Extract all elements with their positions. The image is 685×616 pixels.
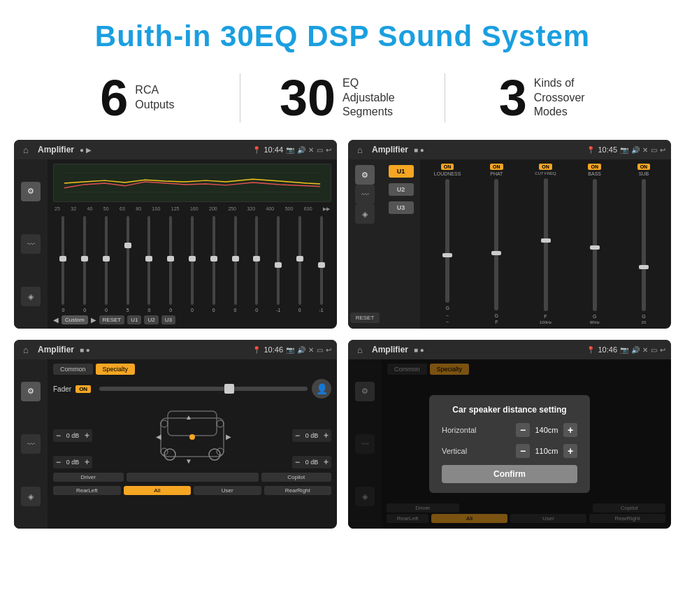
stat-number-eq: 30: [280, 73, 336, 123]
channel-freq-cutfreq: 100Hz: [540, 320, 551, 324]
driver-btn[interactable]: Driver: [53, 473, 124, 482]
next-arrow[interactable]: ▶: [91, 316, 96, 324]
u2-button-1[interactable]: U2: [144, 315, 158, 324]
channel-slider-bass[interactable]: [593, 179, 597, 311]
eq-slider-10[interactable]: 0: [247, 215, 267, 313]
tab-common[interactable]: Common: [53, 364, 93, 375]
close-icon-4: ✕: [642, 346, 648, 354]
vertical-minus-btn[interactable]: −: [516, 444, 530, 458]
eq-slider-4[interactable]: 5: [117, 215, 138, 313]
fader-label: Fader: [53, 385, 71, 393]
u1-selector[interactable]: U1: [389, 165, 414, 178]
copilot-btn[interactable]: Copilot: [261, 473, 332, 482]
back-icon-2[interactable]: ↩: [660, 146, 665, 154]
fader-sidebar-icon-1[interactable]: ⚙: [21, 382, 41, 401]
amp-sidebar-icon-3[interactable]: ◈: [355, 204, 375, 224]
rearleft-btn[interactable]: RearLeft: [53, 486, 121, 495]
svg-rect-4: [168, 411, 217, 436]
svg-text:◀: ◀: [156, 433, 161, 440]
amp-sidebar-icon-2[interactable]: 〰: [355, 185, 375, 204]
eq-slider-9[interactable]: 0: [225, 215, 245, 313]
amp-sidebar-icon-1[interactable]: ⚙: [355, 165, 375, 185]
back-icon-3[interactable]: ↩: [326, 346, 331, 354]
reset-button-1[interactable]: RESET: [99, 315, 125, 324]
volume-icon-3: 🔊: [297, 346, 305, 354]
u3-selector[interactable]: U3: [389, 201, 414, 214]
eq-graph: [53, 164, 331, 202]
eq-slider-12[interactable]: 0: [289, 215, 310, 313]
u3-button-1[interactable]: U3: [161, 315, 175, 324]
svg-text:▶: ▶: [226, 433, 231, 440]
location-icon-4: 📍: [586, 346, 595, 354]
preset-custom[interactable]: Custom: [62, 315, 88, 324]
screen-dialog: ⌂ Amplifier ■ ● 📍 10:46 📷 🔊 ✕ ▭ ↩ ⚙ 〰 ◈: [348, 340, 671, 529]
channel-val-loudness-2: ~: [446, 320, 449, 324]
channel-slider-cutfreq[interactable]: [544, 178, 548, 311]
stat-divider-2: [445, 73, 445, 122]
back-icon[interactable]: ↩: [326, 146, 331, 154]
prev-arrow[interactable]: ◀: [53, 316, 59, 324]
fader-sidebar-icon-2[interactable]: 〰: [21, 434, 41, 454]
svg-point-13: [217, 420, 224, 427]
eq-slider-1[interactable]: 0: [53, 215, 73, 313]
close-icon-2: ✕: [642, 146, 648, 154]
user-btn[interactable]: User: [194, 486, 261, 495]
eq-bottom-bar: ◀ Custom ▶ RESET U1 U2 U3: [53, 315, 331, 324]
window-icon: ▭: [317, 146, 323, 154]
eq-sidebar-icon-2[interactable]: 〰: [21, 234, 41, 254]
db-control-fl[interactable]: − 0 dB +: [53, 429, 92, 442]
rearright-btn[interactable]: RearRight: [264, 486, 332, 495]
location-icon-3: 📍: [252, 346, 261, 354]
camera-icon: 📷: [286, 146, 294, 154]
home-icon[interactable]: ⌂: [20, 143, 32, 156]
channel-cutfreq: ON CUT FREQ F 100Hz: [522, 164, 568, 324]
eq-slider-13[interactable]: -1: [311, 215, 331, 313]
vertical-value: 110cm: [533, 447, 561, 455]
db-control-rl[interactable]: − 0 dB +: [53, 456, 92, 468]
db-control-rr[interactable]: − 0 dB +: [292, 456, 331, 468]
all-btn[interactable]: All: [124, 486, 192, 495]
fader-sidebar-icon-3[interactable]: ◈: [21, 487, 41, 506]
screen1-time: 10:44: [264, 145, 283, 154]
u1-button-1[interactable]: U1: [127, 315, 141, 324]
vertical-plus-btn[interactable]: +: [563, 444, 577, 458]
eq-slider-5[interactable]: 0: [139, 215, 159, 313]
eq-sidebar-icon-1[interactable]: ⚙: [21, 182, 41, 201]
eq-sidebar-icon-3[interactable]: ◈: [21, 287, 41, 306]
screen3-content: ⚙ 〰 ◈ Common Specialty Fader ON 👤: [14, 359, 337, 529]
fader-main: Common Specialty Fader ON 👤 −: [48, 359, 337, 529]
speaker-diagram: − 0 dB +: [53, 404, 331, 468]
home-icon-3[interactable]: ⌂: [20, 343, 32, 356]
eq-slider-11[interactable]: -1: [268, 215, 289, 313]
channel-bass: ON BASS G 90Hz: [572, 164, 618, 324]
horizontal-minus-btn[interactable]: −: [516, 423, 530, 437]
screen-fader: ⌂ Amplifier ■ ● 📍 10:46 📷 🔊 ✕ ▭ ↩ ⚙ 〰 ◈ …: [14, 340, 337, 529]
location-icon: 📍: [252, 146, 261, 154]
screen-eq: ⌂ Amplifier ● ▶ 📍 10:44 📷 🔊 ✕ ▭ ↩ ⚙ 〰 ◈: [14, 140, 337, 329]
eq-slider-3[interactable]: 0: [96, 215, 117, 313]
channel-slider-sub[interactable]: [642, 179, 646, 311]
dialog-vertical-row: Vertical − 110cm +: [442, 444, 577, 458]
eq-slider-2[interactable]: 0: [75, 215, 95, 313]
speaker-icon-btn[interactable]: 👤: [312, 379, 331, 399]
channel-slider-phat[interactable]: [494, 179, 498, 310]
home-icon-2[interactable]: ⌂: [354, 143, 366, 156]
db-control-fr[interactable]: − 0 dB +: [292, 429, 331, 442]
u2-selector[interactable]: U2: [389, 183, 414, 196]
eq-slider-6[interactable]: 0: [161, 215, 181, 313]
screen3-bottom-btns-2: RearLeft All User RearRight: [53, 486, 331, 495]
eq-slider-8[interactable]: 0: [203, 215, 224, 313]
camera-icon-4: 📷: [620, 346, 628, 354]
confirm-button[interactable]: Confirm: [442, 465, 577, 483]
screen1-sidebar: ⚙ 〰 ◈: [14, 159, 48, 329]
back-icon-4[interactable]: ↩: [660, 346, 665, 354]
dialog-vertical-control: − 110cm +: [516, 444, 577, 458]
reset-btn-2[interactable]: RESET: [350, 313, 380, 323]
horizontal-plus-btn[interactable]: +: [563, 423, 577, 437]
screen1-topbar-icons: 📍 10:44 📷 🔊 ✕ ▭ ↩: [252, 145, 331, 154]
tab-specialty[interactable]: Specialty: [96, 364, 136, 375]
channel-slider-loudness[interactable]: [445, 179, 449, 303]
on-badge-phat: ON: [490, 164, 503, 170]
home-icon-4[interactable]: ⌂: [354, 343, 366, 356]
eq-slider-7[interactable]: 0: [182, 215, 203, 313]
